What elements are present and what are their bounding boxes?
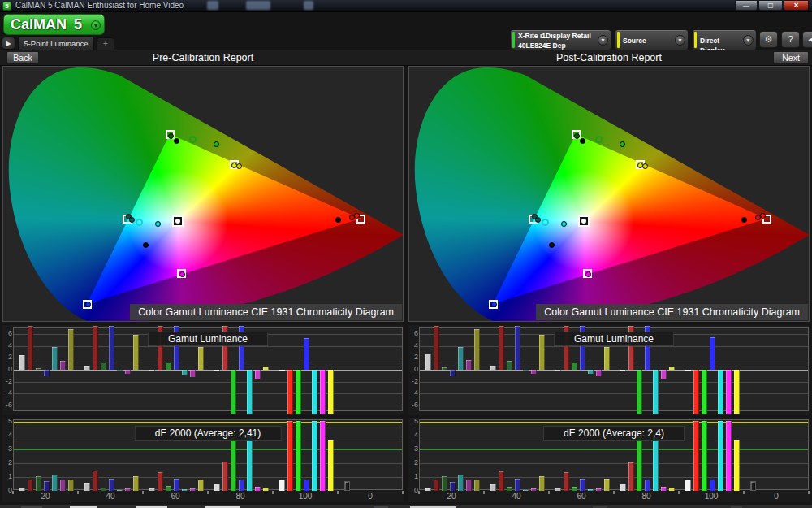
measured-point-dot [549,242,555,248]
bar-cyan-80 [247,436,253,491]
x-axis-label-row: 204060801000 [419,491,809,501]
bar-blue-80 [645,480,650,491]
bar-magenta-100 [320,421,326,491]
gridline [420,393,808,394]
titlebar-reflection [207,1,218,10]
bar-white-0 [344,481,350,491]
bar-white-40 [490,366,496,370]
measured-point-dot [236,163,242,169]
bar-red-20 [28,326,33,370]
bar-green-100 [702,421,707,491]
bar-cyan-80 [653,437,659,491]
measured-point-dot [491,302,497,307]
bar-cyan-20 [52,347,58,370]
gear-button[interactable]: ⚙ [759,31,778,48]
chevron-down-icon[interactable]: ▼ [743,35,754,46]
chart-title: Gamut Luminance [148,332,268,346]
x-axis-label-row: 204060801000 [13,491,403,501]
bar-green-60 [166,363,171,370]
app-header: CalMAN 5 ▼ ▶ 5-Point Luminance + X-Rite … [0,12,812,50]
bar-magenta-100 [320,370,326,414]
y-axis-tick-label: -2 [2,377,12,385]
bar-cyan-100 [718,370,723,414]
chevron-down-icon[interactable]: ▼ [598,35,608,46]
cie-caption: Color Gamut Luminance CIE 1931 Chromatic… [130,304,402,320]
collapse-button[interactable]: ◀ [802,31,812,48]
y-axis-tick-label: 4 [2,341,12,350]
bottom-cutoff-strip [0,504,812,508]
y-axis-tick-label: -6 [408,401,418,409]
measured-point-dot [620,141,625,147]
bar-yellow-40 [539,476,545,491]
help-button[interactable]: ? [781,31,800,48]
bar-blue-20 [44,481,50,491]
bar-white-100 [685,480,691,491]
bar-green-100 [702,370,707,414]
measured-point-dot [129,217,135,223]
cie-diagram-post: Color Gamut Luminance CIE 1931 Chromatic… [408,66,810,322]
y-axis-tick-label: 4 [2,431,12,439]
bar-yellow-60 [604,479,610,491]
bar-green-60 [572,363,577,370]
bar-blue-100 [710,337,715,370]
measured-point-dot [741,217,747,223]
app-icon: 5 [2,2,11,11]
tab-5-point-luminance[interactable]: 5-Point Luminance [18,36,94,50]
measured-point-dot [535,217,541,223]
bar-magenta-80 [255,370,261,379]
bar-yellow-60 [198,347,204,370]
gamut-luminance-chart-post: Gamut Luminance6420-2-4-6 [408,325,810,415]
x-axis-tick [743,491,745,494]
bar-red-100 [693,421,699,491]
y-axis-tick-label: 1 [2,472,12,480]
bar-yellow-60 [604,347,610,370]
title-bar: 5 CalMAN 5 CalMAN Enthusiast for Home Vi… [0,0,812,12]
meter-source-dropdown-0[interactable]: X-Rite i1Display Retail40LE824E Dep▼ [510,29,611,50]
bar-magenta-60 [596,370,602,376]
bar-yellow-60 [198,480,204,491]
tab-scroll-button[interactable]: ▶ [2,37,15,50]
bar-yellow-40 [539,335,545,370]
bar-yellow-20 [474,329,480,370]
bar-green-100 [296,421,301,491]
bar-yellow-40 [133,335,139,370]
bar-red-40 [93,471,98,491]
calman-logo[interactable]: CalMAN 5 ▼ [3,14,105,35]
x-axis-category-label: 80 [224,492,257,501]
meter-source-dropdown-2[interactable]: Direct Display Control▼ [692,29,757,50]
bar-yellow-20 [68,480,74,491]
close-button[interactable]: ✕ [784,0,809,11]
dropdown-label: X-Rite i1Display Retail40LE824E Dep [518,31,596,50]
titlebar-reflection [304,1,313,10]
x-axis-tick [337,491,339,494]
maximize-button[interactable]: ▢ [758,0,783,11]
bar-magenta-80 [661,370,667,379]
x-axis-category-label: 100 [289,492,322,501]
measured-point-dot [580,138,585,144]
bar-red-80 [222,462,228,491]
y-axis-tick-label: 0 [408,486,418,494]
dropdown-status-stripe [617,32,620,48]
add-tab-button[interactable]: + [97,37,114,50]
bar-white-60 [149,370,155,371]
x-axis-category-label: 80 [630,492,663,501]
bar-white-100 [279,480,285,491]
x-axis-tick [142,491,144,494]
x-axis-tick [77,491,79,494]
minimize-button[interactable]: — [735,0,758,11]
bar-blue-100 [710,480,715,491]
bar-cyan-80 [653,370,659,414]
bar-magenta-60 [190,370,196,377]
meter-source-dropdown-1[interactable]: Source▼ [615,29,689,50]
logo-dropdown-icon[interactable]: ▼ [91,20,101,30]
bar-cyan-20 [458,475,464,491]
bar-green-40 [507,361,512,370]
chevron-down-icon[interactable]: ▼ [675,35,685,46]
x-axis-category-label: 100 [695,492,728,501]
chart-title: Gamut Luminance [554,332,674,346]
bar-yellow-20 [68,329,74,370]
next-button[interactable]: Next [773,51,809,64]
x-axis-tick [678,491,680,494]
bar-green-40 [101,363,106,370]
bar-red-100 [693,370,699,414]
